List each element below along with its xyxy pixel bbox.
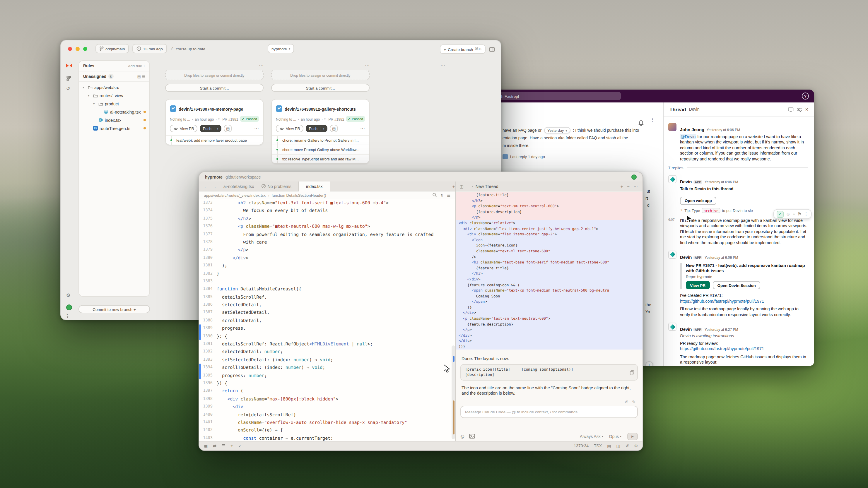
outline-icon[interactable]: ☰ [447, 193, 451, 198]
screen-share-icon[interactable] [787, 104, 793, 115]
code-line[interactable]: 1399 <div [199, 403, 455, 411]
code-line[interactable]: 1386 selectedDetail, [199, 301, 455, 309]
dropzone[interactable]: Drop files to assign or commit directly [271, 70, 370, 80]
code-line[interactable]: 1379 </p> [199, 246, 455, 254]
code-line[interactable]: 1396}) { [199, 380, 455, 387]
assistant-thread-tab[interactable]: New Thread [475, 184, 498, 189]
code-line[interactable]: 1375 </h2> [199, 215, 455, 223]
assistant-new-icon[interactable]: + [621, 184, 623, 189]
split-pane-icon[interactable]: ◫ [460, 184, 464, 189]
timestamp[interactable]: Yesterday at 6:06 PM [705, 256, 738, 259]
editor-titlebar[interactable]: hyprnote gitbutler/workspace [199, 172, 643, 182]
branch-name[interactable]: devin/1764380912-gallery-shortcuts [285, 106, 356, 111]
commit-row[interactable]: chore: move Prompt Gallery above Workflo… [272, 144, 369, 154]
code-line[interactable]: 1389 progress, [199, 325, 455, 332]
code-line[interactable]: 1377 From powerful editing to seamless o… [199, 230, 455, 238]
nav-back-icon[interactable]: ← [204, 184, 208, 189]
timestamp[interactable]: Yesterday at 6:06 PM [707, 128, 740, 132]
card-menu-icon[interactable]: ⋯ [254, 126, 259, 131]
code-line[interactable]: 1401 className="overflow-x-auto scrollba… [199, 419, 455, 426]
lane-menu-icon[interactable]: ⋯ [365, 62, 370, 68]
code-line[interactable]: 1384function DetailsMobileCarousel({ [199, 285, 455, 293]
sync-icon[interactable]: ↺ [625, 444, 629, 448]
branch-actions-icon[interactable]: ▤ [224, 125, 232, 132]
code-line[interactable]: 1376 <p className="■text-neutral-600 max… [199, 223, 455, 230]
code-line[interactable]: 1394 scrollToDetail: (index: number) ⇒ v… [199, 364, 455, 371]
ci-status-badge[interactable]: ✓Passed [346, 116, 365, 122]
replies-count[interactable]: 7 replies [668, 166, 683, 170]
model-select[interactable]: Opus ▾ [609, 434, 621, 438]
add-reaction-icon[interactable]: + [793, 212, 795, 217]
nav-forward-icon[interactable]: → [212, 184, 216, 189]
send-button[interactable]: ▶ [627, 432, 638, 440]
attach-image-icon[interactable] [469, 433, 475, 439]
more-actions-icon[interactable]: ⋮ [804, 212, 808, 217]
timestamp-pill[interactable]: Yesterday▾ [544, 127, 570, 133]
open-web-app-button[interactable]: Open web app [680, 197, 717, 205]
branch-actions-icon[interactable]: ▤ [330, 125, 338, 132]
list-view-icon[interactable]: ▤ [137, 74, 141, 79]
pr-link[interactable]: https://github.com/fastrepl/hyprnote/pul… [680, 299, 808, 304]
terminal-icon[interactable]: ☰ [222, 444, 225, 448]
pr-number[interactable]: PR #1982 [328, 117, 344, 121]
devin-avatar[interactable] [668, 323, 677, 331]
code-line[interactable]: 1390}: { [199, 332, 455, 340]
devin-avatar[interactable] [668, 175, 677, 183]
split-icon[interactable]: ◫ [616, 444, 620, 448]
code-line[interactable]: 1400 ref={detailsScrollRef} [199, 411, 455, 419]
avatar[interactable] [668, 123, 677, 131]
source-control-icon[interactable]: ⇄ [213, 444, 216, 448]
new-tab-icon[interactable]: + [453, 184, 455, 189]
timestamp[interactable]: Yesterday at 6:27 PM [705, 328, 738, 331]
push-button[interactable]: Push↑ [200, 125, 222, 132]
start-commit-button[interactable]: Start a commit... [271, 84, 370, 92]
code-line[interactable]: 1398 <div className="max-[800px]:block h… [199, 395, 455, 403]
lane-menu-icon[interactable]: ⋯ [259, 62, 264, 68]
permission-mode-select[interactable]: Always Ask ▾ [580, 434, 603, 438]
settings-icon[interactable]: ⚙ [66, 293, 70, 298]
code-line[interactable]: 1381 ); [199, 262, 455, 270]
author-name[interactable]: Devin [680, 327, 692, 332]
code-line[interactable]: 1374 We focus on every bit of details [199, 207, 455, 215]
code-line[interactable]: 1373 <h2 className="text-3xl font-serif … [199, 199, 455, 207]
code-line[interactable]: 1395 progress: number; [199, 371, 455, 380]
thread-channel[interactable]: Devin [689, 107, 700, 111]
dropzone[interactable]: Drop files to assign or commit directly [165, 70, 264, 80]
tree-item-routeTree.gen.ts[interactable]: TSrouteTree.gen.ts [79, 124, 149, 132]
close-window-button[interactable] [68, 46, 72, 51]
tree-item-index.tsx[interactable]: index.tsx [79, 116, 149, 124]
mention-context-icon[interactable]: @ [460, 434, 464, 438]
tree-item-routes-_view[interactable]: ▾routes/_view [79, 91, 149, 100]
slack-search-input[interactable]: Search Fastrepl [486, 92, 621, 100]
commit-row[interactable]: feat(web): add memory layer product page [166, 135, 263, 144]
check-reaction[interactable]: ✓ [776, 210, 783, 218]
checks-icon[interactable]: ✓ [238, 444, 242, 448]
tree-view-icon[interactable]: ☰ [142, 74, 145, 79]
branch-name[interactable]: devin/1764380749-memory-page [179, 106, 243, 111]
assistant-minimize-icon[interactable]: − [627, 184, 629, 189]
zoom-window-button[interactable] [83, 46, 87, 51]
card-menu-icon[interactable]: ⋯ [360, 126, 365, 131]
jump-to-latest-button[interactable]: ↓ [645, 361, 653, 366]
close-icon[interactable]: × [805, 106, 808, 112]
tab-index-tsx[interactable]: index.tsx [299, 181, 330, 191]
mention[interactable]: @Devin [680, 134, 696, 139]
tree-item-ai-notetaking.tsx[interactable]: ai-notetaking.tsx [79, 108, 149, 116]
project-selector[interactable]: hyprnote ▾ [267, 44, 294, 53]
open-devin-session-button[interactable]: Open Devin Session [713, 281, 760, 290]
code-line[interactable]: 1385 detailsScrollRef, [199, 293, 455, 301]
collab-avatar[interactable] [631, 174, 637, 180]
history-nav-icon[interactable]: ↺ [66, 86, 70, 91]
outline-panel-icon[interactable]: ▤ [607, 444, 611, 448]
code-line[interactable]: 1402 onScroll={(e) ⇒ { [199, 426, 455, 434]
scrollbar-thumb[interactable] [452, 346, 455, 439]
pr-link[interactable]: https://github.com/fastrepl/hyprnote/pul… [680, 346, 808, 352]
code-line[interactable]: 1392 selectedDetail: number; [199, 348, 455, 356]
author-name[interactable]: Devin [680, 179, 692, 185]
code-line[interactable]: 1391 detailsScrollRef: React.RefObject<H… [199, 340, 455, 348]
gitbutler-logo-icon[interactable] [66, 60, 73, 71]
last-fetch-button[interactable]: 13 min ago [133, 44, 167, 53]
help-icon[interactable]: ? [802, 93, 809, 100]
code-line[interactable]: 1388 scrollToDetail, [199, 317, 455, 325]
diagnostics-icon[interactable]: ± [231, 444, 233, 448]
